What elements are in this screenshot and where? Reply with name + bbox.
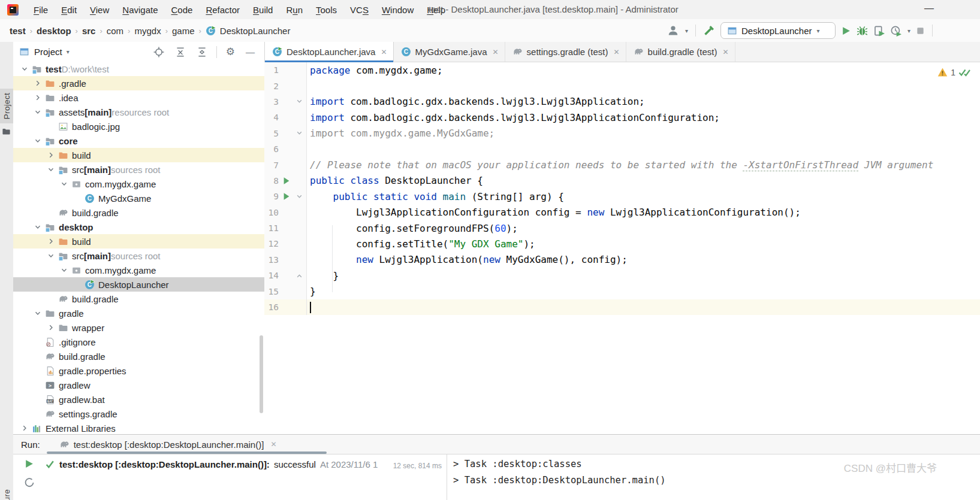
tree-chevron-icon[interactable]: [31, 309, 44, 317]
debug-button-icon[interactable]: [857, 25, 868, 37]
project-toolwindow-icon[interactable]: [2, 127, 11, 136]
fold-open-icon[interactable]: [294, 193, 304, 200]
profiler-button-icon[interactable]: [890, 25, 901, 37]
run-line-icon[interactable]: [279, 177, 294, 185]
tree-chevron-icon[interactable]: [31, 108, 44, 116]
tree-row-external[interactable]: External Libraries: [13, 421, 264, 434]
menu-navigate[interactable]: Navigate: [116, 1, 164, 19]
tree-row-core[interactable]: core: [13, 134, 264, 148]
breadcrumb-item-mygdx[interactable]: mygdx: [134, 26, 161, 36]
code-line-11[interactable]: 11 config.setForegroundFPS(60);: [264, 220, 980, 236]
tree-chevron-icon[interactable]: [44, 237, 58, 246]
settings-icon[interactable]: ⚙: [226, 46, 235, 58]
tree-chevron-icon[interactable]: [18, 65, 31, 73]
breadcrumb-item-src[interactable]: src: [82, 26, 96, 36]
code-line-3[interactable]: 3import com.badlogic.gdx.backends.lwjgl3…: [264, 94, 980, 110]
run-config-combo[interactable]: DesktopLauncher▾: [720, 22, 836, 39]
tree-row-gradlew[interactable]: >gradlew: [13, 378, 264, 392]
chevron-down-icon[interactable]: ▾: [67, 49, 70, 55]
tree-row-desktop[interactable]: desktop: [13, 220, 264, 234]
tree-row-test[interactable]: test D:\work\test: [13, 62, 264, 76]
tree-row-gradle.properties[interactable]: gradle.properties: [13, 363, 264, 378]
tree-chevron-icon[interactable]: [58, 180, 71, 188]
tree-scrollbar[interactable]: [260, 335, 263, 413]
locate-icon[interactable]: [153, 47, 164, 57]
tree-chevron-icon[interactable]: [31, 223, 44, 231]
code-line-7[interactable]: 7// Please note that on macOS your appli…: [264, 157, 980, 172]
inspection-widget[interactable]: 1: [937, 67, 972, 77]
code-line-5[interactable]: 5import com.mygdx.game.MyGdxGame;: [264, 126, 980, 141]
breadcrumb-item-desktop[interactable]: desktop: [37, 26, 71, 36]
tree-row-badlogic.jpg[interactable]: badlogic.jpg: [13, 119, 264, 134]
tree-row-settings.gradle[interactable]: settings.gradle: [13, 407, 264, 421]
rerun-icon[interactable]: [24, 459, 34, 469]
close-icon[interactable]: ✕: [381, 48, 387, 56]
run-line-icon[interactable]: [279, 192, 294, 201]
editor-tab-mygdxgame.java[interactable]: CMyGdxGame.java✕: [394, 42, 505, 62]
code-line-4[interactable]: 4import com.badlogic.gdx.backends.lwjgl3…: [264, 110, 980, 125]
breadcrumb-item-desktoplauncher[interactable]: DesktopLauncher: [220, 26, 291, 36]
menu-code[interactable]: Code: [165, 1, 200, 19]
tree-chevron-icon[interactable]: [58, 266, 71, 274]
tree-row-.gradle[interactable]: .gradle: [13, 76, 264, 90]
editor-tab-desktoplauncher.java[interactable]: CDesktopLauncher.java✕: [264, 42, 394, 62]
tree-row-build.gradle[interactable]: build.gradle: [13, 349, 264, 363]
tree-row-gradlew.bat[interactable]: BATgradlew.bat: [13, 392, 264, 407]
menu-build[interactable]: Build: [246, 1, 279, 19]
tree-row-build.gradle[interactable]: build.gradle: [13, 292, 264, 306]
tree-row-src[interactable]: src [main] sources root: [13, 249, 264, 263]
code-line-14[interactable]: 14 }: [264, 268, 980, 283]
tree-chevron-icon[interactable]: [31, 137, 44, 145]
menu-file[interactable]: File: [27, 1, 55, 19]
coverage-button-icon[interactable]: [873, 25, 885, 37]
tree-row-gradle[interactable]: gradle: [13, 306, 264, 320]
close-icon[interactable]: ✕: [493, 48, 499, 56]
editor-tab-build.gradle[interactable]: build.gradle (test)✕: [626, 42, 735, 62]
fold-open-icon[interactable]: [294, 130, 304, 137]
code-line-2[interactable]: 2: [264, 78, 980, 93]
code-line-10[interactable]: 10 Lwjgl3ApplicationConfiguration config…: [264, 205, 980, 220]
menu-view[interactable]: View: [83, 1, 116, 19]
breadcrumb-item-com[interactable]: com: [107, 26, 123, 36]
close-icon[interactable]: ✕: [722, 48, 728, 56]
menu-refactor[interactable]: Refactor: [199, 1, 246, 19]
menu-window[interactable]: Window: [375, 1, 420, 19]
tree-chevron-icon[interactable]: [44, 251, 58, 260]
tree-chevron-icon[interactable]: [44, 151, 58, 159]
tree-chevron-icon[interactable]: [18, 424, 31, 432]
code-line-9[interactable]: 9 public static void main (String[] arg)…: [264, 189, 980, 204]
code-line-8[interactable]: 8public class DesktopLauncher {: [264, 173, 980, 189]
breadcrumb-item-test[interactable]: test: [10, 26, 26, 36]
expand-all-icon[interactable]: [175, 47, 186, 57]
fold-open-icon[interactable]: [294, 98, 304, 105]
tree-chevron-icon[interactable]: [31, 93, 44, 102]
code-line-15[interactable]: 15}: [264, 283, 980, 299]
tree-chevron-icon[interactable]: [44, 165, 58, 174]
code-line-1[interactable]: 1package com.mygdx.game;: [264, 62, 980, 78]
code-line-12[interactable]: 12 config.setTitle("My GDX Game");: [264, 236, 980, 251]
build-hammer-icon[interactable]: [703, 25, 715, 37]
menu-vcs[interactable]: VCS: [343, 1, 375, 19]
code-line-6[interactable]: 6: [264, 141, 980, 157]
tree-row-wrapper[interactable]: wrapper: [13, 320, 264, 335]
tree-row-desktoplauncher[interactable]: CDesktopLauncher: [13, 277, 264, 292]
code-line-13[interactable]: 13 new Lwjgl3Application(new MyGdxGame()…: [264, 252, 980, 268]
menu-tools[interactable]: Tools: [309, 1, 343, 19]
close-icon[interactable]: ✕: [270, 440, 276, 449]
code-line-16[interactable]: 16: [264, 299, 980, 315]
tree-row-.gitignore[interactable]: .gitignore: [13, 335, 264, 349]
tree-chevron-icon[interactable]: [44, 323, 58, 332]
code-editor[interactable]: 1package com.mygdx.game;23import com.bad…: [264, 62, 980, 434]
menu-run[interactable]: Run: [279, 1, 309, 19]
tree-row-build[interactable]: build: [13, 234, 264, 249]
collapse-all-icon[interactable]: [197, 47, 207, 57]
breadcrumb-item-game[interactable]: game: [172, 26, 195, 36]
tree-row-com.mygdx.game[interactable]: com.mygdx.game: [13, 263, 264, 277]
run-button-icon[interactable]: [841, 26, 851, 36]
minimize-button[interactable]: —: [919, 0, 939, 17]
stripe-tab-structure[interactable]: Structure: [0, 485, 13, 500]
tree-row-build[interactable]: build: [13, 148, 264, 162]
refresh-icon[interactable]: [24, 477, 35, 488]
tree-chevron-icon[interactable]: [31, 79, 44, 87]
chevron-down-icon[interactable]: ▾: [907, 28, 910, 34]
